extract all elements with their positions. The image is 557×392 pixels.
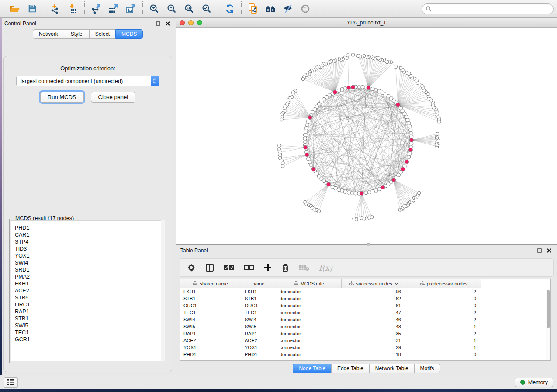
mcds-result-item[interactable]: YOX1 <box>11 252 164 259</box>
table-row[interactable]: TEC1TEC1connector472 <box>180 309 550 316</box>
close-table-panel-button[interactable] <box>546 247 553 254</box>
tab-mcds[interactable]: MCDS <box>115 29 143 39</box>
table-row[interactable]: ORC1ORC1dominator610 <box>180 302 550 309</box>
deselect-all-button[interactable] <box>244 262 254 273</box>
column-panel-button[interactable] <box>205 262 214 273</box>
column-header-successor-nodes[interactable]: successor nodes <box>342 279 406 288</box>
mcds-result-item[interactable]: PMA2 <box>11 273 164 280</box>
mcds-result-item[interactable]: SRD1 <box>11 266 164 273</box>
table-row[interactable]: YOX1YOX1connector291 <box>180 344 550 351</box>
select-all-button[interactable] <box>224 262 234 273</box>
table-cell: 0 <box>406 302 481 309</box>
search-icon <box>426 6 432 12</box>
selected-option: largest connected component (undirected) <box>17 78 151 84</box>
mcds-result-item[interactable]: TID3 <box>11 245 164 252</box>
tab-network-table[interactable]: Network Table <box>369 364 414 373</box>
splitter-handle[interactable] <box>367 243 370 246</box>
mcds-result-item[interactable]: ORC1 <box>11 301 164 308</box>
tab-motifs[interactable]: Motifs <box>414 364 440 373</box>
table-row[interactable]: PHD1PHD1dominator180 <box>180 351 550 358</box>
search-input[interactable] <box>432 5 550 12</box>
mcds-result-item[interactable]: RAP1 <box>11 308 164 315</box>
zoom-fit-icon <box>184 3 194 14</box>
refresh-icon <box>225 3 235 14</box>
tab-node-table[interactable]: Node Table <box>293 364 331 373</box>
table-row[interactable]: FKH1FKH1dominator962 <box>180 288 550 295</box>
export-network-button[interactable] <box>87 2 105 16</box>
memory-button[interactable]: Memory <box>515 378 553 387</box>
import-table-button[interactable] <box>64 2 82 16</box>
mcds-result-item[interactable]: PHD1 <box>11 224 164 231</box>
zoom-in-button[interactable] <box>145 2 163 16</box>
import-network-button[interactable] <box>47 2 64 16</box>
table-cell: 2 <box>406 330 481 337</box>
task-history-button[interactable] <box>4 377 18 388</box>
close-panel-button-mcds[interactable]: Close panel <box>91 92 136 103</box>
column-header-name[interactable]: name <box>241 279 276 288</box>
table-row[interactable]: SWI4SWI4dominator462 <box>180 316 550 323</box>
first-neighbors-button[interactable] <box>262 2 279 16</box>
optimization-criterion-select[interactable]: largest connected component (undirected) <box>16 76 159 86</box>
open-session-button[interactable] <box>6 2 24 16</box>
mcds-result-item[interactable]: STP4 <box>11 238 164 245</box>
table-tabs: Node Table Edge Table Network Table Moti… <box>293 364 440 373</box>
delete-table-button[interactable] <box>299 262 309 273</box>
zoom-fit-button[interactable] <box>180 2 198 16</box>
table-cell: ACE2 <box>241 337 276 344</box>
unchecked-boxes-icon <box>244 265 254 271</box>
mcds-result-item[interactable]: CAR1 <box>11 231 164 238</box>
apply-layout-button[interactable] <box>221 2 239 16</box>
gear-icon <box>187 263 196 272</box>
hide-selected-button[interactable] <box>279 2 297 16</box>
delete-column-button[interactable] <box>281 262 289 273</box>
float-panel-button[interactable] <box>155 20 162 27</box>
mcds-result-item[interactable]: FKH1 <box>11 280 164 287</box>
mcds-result-item[interactable]: GCR1 <box>11 336 164 343</box>
table-row[interactable]: ACE2ACE2connector311 <box>180 337 550 344</box>
mcds-result-item[interactable]: ACE2 <box>11 287 164 294</box>
close-panel-button[interactable] <box>164 20 171 27</box>
clone-network-button[interactable] <box>244 2 262 16</box>
float-table-panel-button[interactable] <box>536 247 543 254</box>
tab-network[interactable]: Network <box>33 29 64 39</box>
table-scrollbar[interactable] <box>546 289 550 360</box>
sort-chevron-icon <box>394 282 398 285</box>
table-cell: STB1 <box>180 295 241 302</box>
tab-edge-table[interactable]: Edge Table <box>331 364 369 373</box>
tab-select[interactable]: Select <box>89 29 115 39</box>
save-session-button[interactable] <box>24 2 41 16</box>
function-builder-button[interactable]: f(x) <box>319 262 332 273</box>
table-cell: 0 <box>406 295 481 302</box>
table-row[interactable]: SWI5SWI5connector431 <box>180 323 550 330</box>
column-header-predecessor-nodes[interactable]: predecessor nodes <box>406 279 481 288</box>
column-header-shared-name[interactable]: shared name <box>180 279 241 288</box>
table-scrollbar-thumb[interactable] <box>547 290 550 328</box>
mcds-result-list[interactable]: PHD1CAR1STP4TID3YOX1SWI4SRD1PMA2FKH1ACE2… <box>11 220 165 361</box>
table-cell: 96 <box>342 288 406 295</box>
save-floppy-icon <box>28 4 37 14</box>
table-cell: dominator <box>276 288 342 295</box>
zoom-selected-button[interactable] <box>198 2 215 16</box>
export-table-button[interactable] <box>105 2 122 16</box>
network-window-titlebar[interactable]: YPA_prune.txt_1 <box>176 18 557 28</box>
column-header-mcds-role[interactable]: MCDS role <box>276 279 342 288</box>
table-row[interactable]: RAP1RAP1dominator352 <box>180 330 550 337</box>
delete-table-icon <box>299 264 309 271</box>
result-list-scrollbar[interactable] <box>161 220 165 361</box>
table-settings-button[interactable] <box>187 262 196 273</box>
mcds-result-item[interactable]: SWI4 <box>11 259 164 266</box>
show-all-button[interactable] <box>297 2 314 16</box>
run-mcds-button[interactable]: Run MCDS <box>40 92 84 103</box>
mcds-result-item[interactable]: STB5 <box>11 294 164 301</box>
status-bar: Memory <box>0 375 557 389</box>
export-image-button[interactable] <box>122 2 140 16</box>
table-row[interactable]: STB1STB1dominator620 <box>180 295 550 302</box>
mcds-result-item[interactable]: STB1 <box>11 315 164 322</box>
mcds-result-item[interactable]: TEC1 <box>11 329 164 336</box>
fx-icon: f(x) <box>319 263 332 272</box>
tab-style[interactable]: Style <box>64 29 89 39</box>
add-column-button[interactable] <box>264 262 272 273</box>
mcds-result-item[interactable]: SWI5 <box>11 322 164 329</box>
zoom-out-button[interactable] <box>163 2 180 16</box>
network-canvas[interactable] <box>176 28 557 244</box>
